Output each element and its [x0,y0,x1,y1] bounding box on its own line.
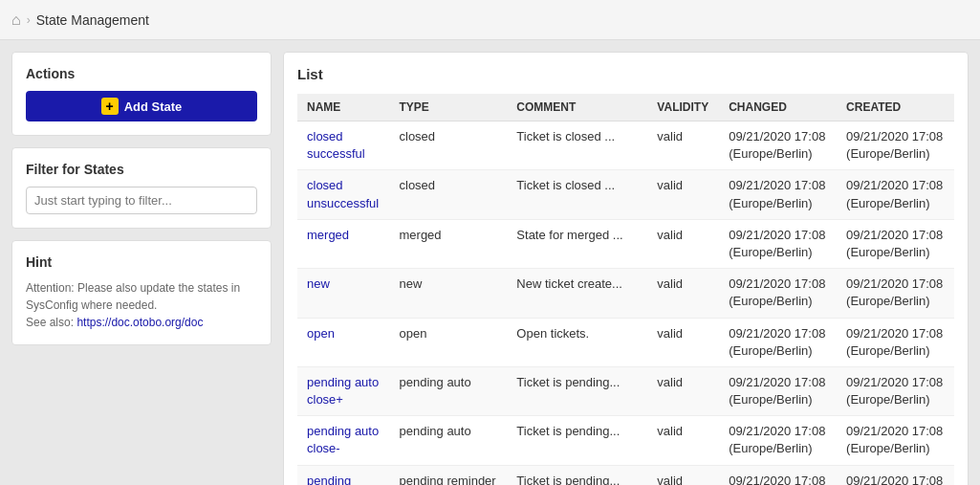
cell-changed: 09/21/2020 17:08(Europe/Berlin) [719,219,837,268]
add-state-label: Add State [124,99,183,114]
table-row: pending autoclose+pending autoTicket is … [297,366,954,415]
table-row: pending autoclose-pending autoTicket is … [297,416,954,465]
table-row: mergedmergedState for merged ...valid09/… [297,219,954,268]
list-title: List [297,66,954,82]
cell-comment: Ticket is pending... [507,465,647,485]
plus-icon: + [101,98,119,115]
cell-comment: Ticket is closed ... [507,170,647,219]
cell-created: 09/21/2020 17:08(Europe/Berlin) [837,465,954,485]
cell-changed: 09/21/2020 17:08(Europe/Berlin) [719,416,837,465]
table-row: newnewNew ticket create...valid09/21/202… [297,269,954,318]
cell-validity: valid [647,121,719,170]
cell-validity: valid [647,219,719,268]
col-validity: VALIDITY [647,94,719,121]
cell-comment: State for merged ... [507,219,647,268]
page-title: State Management [36,12,149,28]
state-name-link[interactable]: close- [307,440,381,457]
cell-type: pending reminder [390,465,508,485]
home-icon[interactable]: ⌂ [11,11,21,29]
cell-created: 09/21/2020 17:08(Europe/Berlin) [837,416,954,465]
add-state-button[interactable]: + Add State [26,91,257,121]
cell-name: open [297,318,390,366]
cell-changed: 09/21/2020 17:08(Europe/Berlin) [719,121,837,170]
cell-changed: 09/21/2020 17:08(Europe/Berlin) [719,465,837,485]
cell-name: merged [297,219,390,268]
cell-type: pending auto [390,366,508,415]
col-name: NAME [297,94,390,121]
cell-validity: valid [647,416,719,465]
table-row: openopenOpen tickets.valid09/21/2020 17:… [297,318,954,366]
state-name-link[interactable]: successful [307,145,381,163]
filter-input[interactable] [26,187,257,214]
state-name-link[interactable]: pending [307,473,381,485]
state-name-link[interactable]: pending auto [307,374,381,391]
hint-title: Hint [26,254,257,270]
filter-title: Filter for States [26,162,257,177]
cell-comment: Ticket is closed ... [507,121,647,170]
cell-name: pending autoclose- [297,416,390,465]
cell-changed: 09/21/2020 17:08(Europe/Berlin) [719,366,837,415]
cell-name: new [297,269,390,318]
cell-type: new [390,269,508,318]
cell-validity: valid [647,366,719,415]
cell-changed: 09/21/2020 17:08(Europe/Berlin) [719,318,837,366]
table-row: closedsuccessfulclosedTicket is closed .… [297,121,954,170]
cell-comment: Ticket is pending... [507,366,647,415]
col-created: CREATED [837,94,954,121]
cell-validity: valid [647,170,719,219]
cell-name: pending autoclose+ [297,366,390,415]
table-row: pendingreminderpending reminderTicket is… [297,465,954,485]
state-name-link[interactable]: new [307,276,381,293]
cell-comment: Open tickets. [507,318,647,366]
cell-validity: valid [647,269,719,318]
cell-created: 09/21/2020 17:08(Europe/Berlin) [837,219,954,268]
state-name-link[interactable]: merged [307,227,381,244]
states-table: NAME TYPE COMMENT VALIDITY CHANGED CREAT… [297,94,954,485]
state-name-link[interactable]: closed [307,128,381,145]
cell-name: pendingreminder [297,465,390,485]
cell-created: 09/21/2020 17:08(Europe/Berlin) [837,170,954,219]
cell-created: 09/21/2020 17:08(Europe/Berlin) [837,121,954,170]
cell-changed: 09/21/2020 17:08(Europe/Berlin) [719,170,837,219]
state-name-link[interactable]: open [307,325,381,342]
col-comment: COMMENT [507,94,647,121]
state-name-link[interactable]: close+ [307,391,381,408]
cell-changed: 09/21/2020 17:08(Europe/Berlin) [719,269,837,318]
actions-title: Actions [26,66,257,81]
cell-name: closedunsuccessful [297,170,390,219]
cell-name: closedsuccessful [297,121,390,170]
col-type: TYPE [390,94,508,121]
main-container: Actions + Add State Filter for States Hi… [0,40,980,485]
breadcrumb-arrow: › [27,13,31,27]
state-name-link[interactable]: pending auto [307,423,381,440]
cell-type: open [390,318,508,366]
hint-text: Attention: Please also update the states… [26,279,257,331]
breadcrumb: ⌂ › State Management [0,0,980,40]
table-row: closedunsuccessfulclosedTicket is closed… [297,170,954,219]
cell-created: 09/21/2020 17:08(Europe/Berlin) [837,366,954,415]
cell-type: closed [390,121,508,170]
cell-comment: New ticket create... [507,269,647,318]
cell-type: pending auto [390,416,508,465]
actions-section: Actions + Add State [11,52,272,136]
filter-section: Filter for States [11,147,272,229]
col-changed: CHANGED [719,94,837,121]
cell-type: merged [390,219,508,268]
cell-created: 09/21/2020 17:08(Europe/Berlin) [837,269,954,318]
hint-link[interactable]: https://doc.otobo.org/doc [76,316,203,329]
state-name-link[interactable]: closed [307,177,381,194]
cell-validity: valid [647,318,719,366]
cell-created: 09/21/2020 17:08(Europe/Berlin) [837,318,954,366]
table-header-row: NAME TYPE COMMENT VALIDITY CHANGED CREAT… [297,94,954,121]
cell-validity: valid [647,465,719,485]
hint-section: Hint Attention: Please also update the s… [11,240,272,345]
cell-type: closed [390,170,508,219]
content-area: List NAME TYPE COMMENT VALIDITY CHANGED … [283,52,969,485]
sidebar: Actions + Add State Filter for States Hi… [11,52,272,485]
state-name-link[interactable]: unsuccessful [307,195,381,212]
cell-comment: Ticket is pending... [507,416,647,465]
